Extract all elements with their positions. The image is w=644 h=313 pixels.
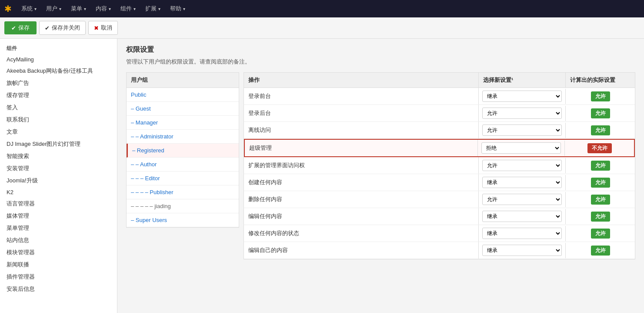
select-edit-content[interactable]: 继承允许拒绝: [478, 208, 565, 225]
group-manager-link[interactable]: – Manager: [131, 119, 158, 126]
sidebar-item-menu-manager[interactable]: 菜单管理: [0, 222, 117, 234]
group-publisher[interactable]: – – – – Publisher: [127, 185, 239, 199]
badge-allow: 允许: [591, 178, 610, 188]
badge-allow: 允许: [591, 195, 610, 205]
select-super-admin[interactable]: 继承允许拒绝: [477, 140, 564, 156]
select-delete-content-input[interactable]: 继承允许拒绝: [482, 194, 562, 205]
select-ext-admin-access-input[interactable]: 继承允许拒绝: [482, 160, 562, 171]
menu-components-chevron: ▾: [133, 7, 136, 11]
badge-allow: 允许: [591, 161, 610, 171]
select-delete-content[interactable]: 继承允许拒绝: [478, 191, 565, 208]
sidebar-item-djimage[interactable]: DJ Image Slider图片幻灯管理: [0, 138, 117, 150]
select-login-backend[interactable]: 继承允许拒绝: [478, 105, 565, 121]
result-delete-content: 允许: [565, 192, 635, 207]
sidebar-item-joomla-upgrade[interactable]: Joomla!升级: [0, 175, 117, 187]
group-super-users[interactable]: – Super Users: [127, 213, 239, 227]
sidebar-item-banner[interactable]: 旗帜广告: [0, 77, 117, 89]
group-author[interactable]: – – Author: [127, 158, 239, 172]
group-author-link[interactable]: – – Author: [131, 161, 157, 168]
select-edit-own[interactable]: 继承允许拒绝: [478, 242, 565, 259]
sidebar-item-k2[interactable]: K2: [0, 187, 117, 198]
save-button[interactable]: ✔ 保存: [4, 21, 37, 34]
result-edit-content: 允许: [565, 209, 635, 224]
sidebar-item-install[interactable]: 安装管理: [0, 162, 117, 175]
sidebar-item-language[interactable]: 语言管理器: [0, 198, 117, 210]
select-login-backend-input[interactable]: 继承允许拒绝: [482, 108, 562, 119]
group-jiading: – – – – – jiading: [127, 199, 239, 213]
menu-menus[interactable]: 菜单 ▾: [67, 0, 90, 17]
select-create-content-input[interactable]: 继承允许拒绝: [482, 177, 562, 188]
select-offline-access-input[interactable]: 继承允许拒绝: [482, 125, 562, 136]
sidebar-item-media[interactable]: 媒体管理: [0, 210, 117, 222]
joomla-logo: ✱: [4, 3, 12, 14]
group-super-users-link[interactable]: – Super Users: [131, 217, 167, 223]
badge-allow: 允许: [591, 91, 610, 101]
menu-system-chevron: ▾: [34, 7, 37, 11]
select-login-frontend[interactable]: 继承允许拒绝: [478, 88, 565, 104]
rights-panel: 操作 选择新设置¹ 计算出的实际设置 登录前台 继承允许拒绝: [239, 72, 635, 259]
menu-help-chevron: ▾: [183, 7, 185, 11]
sidebar-item-acymailing[interactable]: AcyMailing: [0, 54, 117, 65]
table-row: 创建任何内容 继承允许拒绝 允许: [244, 174, 635, 191]
result-offline-access: 允许: [565, 123, 635, 138]
select-edit-content-input[interactable]: 继承允许拒绝: [482, 211, 562, 222]
group-editor-link[interactable]: – – – Editor: [131, 175, 160, 182]
result-super-admin: 不允许: [564, 141, 634, 156]
group-guest-link[interactable]: – Guest: [131, 105, 151, 112]
menu-help[interactable]: 帮助 ▾: [166, 0, 190, 17]
topbar: ✱ 系统 ▾ 用户 ▾ 菜单 ▾ 内容 ▾ 组件 ▾ 扩展 ▾ 帮助 ▾: [0, 0, 644, 17]
group-editor[interactable]: – – – Editor: [127, 172, 239, 185]
sidebar-item-contacts[interactable]: 联系我们: [0, 114, 117, 126]
page-title: 权限设置: [126, 45, 635, 54]
group-manager[interactable]: – Manager: [127, 116, 239, 130]
col-select-header: 选择新设置¹: [478, 73, 565, 88]
select-edit-own-input[interactable]: 继承允许拒绝: [482, 245, 562, 256]
group-administrator[interactable]: – – Administrator: [127, 130, 239, 144]
top-menu: 系统 ▾ 用户 ▾ 菜单 ▾ 内容 ▾ 组件 ▾ 扩展 ▾ 帮助 ▾: [17, 0, 190, 17]
select-super-admin-input[interactable]: 继承允许拒绝: [481, 142, 561, 154]
menu-components[interactable]: 组件 ▾: [116, 0, 140, 17]
group-registered[interactable]: – Registered: [127, 144, 239, 158]
select-login-frontend-input[interactable]: 继承允许拒绝: [482, 91, 562, 102]
table-row: 登录前台 继承允许拒绝 允许: [244, 88, 635, 105]
menu-system[interactable]: 系统 ▾: [17, 0, 41, 17]
badge-allow: 允许: [591, 108, 610, 118]
sidebar-item-modules[interactable]: 模块管理器: [0, 246, 117, 259]
group-registered-link[interactable]: – Registered: [132, 147, 164, 154]
group-public[interactable]: Public: [127, 88, 239, 102]
menu-users[interactable]: 用户 ▾: [42, 0, 66, 17]
select-offline-access[interactable]: 继承允许拒绝: [478, 122, 565, 138]
select-create-content[interactable]: 继承允许拒绝: [478, 174, 565, 191]
group-publisher-link[interactable]: – – – – Publisher: [131, 189, 174, 195]
group-administrator-link[interactable]: – – Administrator: [131, 133, 174, 140]
sidebar-item-newsfeeds[interactable]: 新闻联播: [0, 259, 117, 271]
menu-content[interactable]: 内容 ▾: [91, 0, 115, 17]
sidebar: 组件 AcyMailing Akeeba Backup网站备份/迁移工具 旗帜广…: [0, 39, 117, 313]
cancel-button[interactable]: ✖ 取消: [88, 21, 118, 35]
table-row: 离线访问 继承允许拒绝 允许: [244, 122, 635, 139]
sidebar-item-messaging[interactable]: 站内信息: [0, 234, 117, 246]
menu-extensions[interactable]: 扩展 ▾: [141, 0, 165, 17]
select-edit-state[interactable]: 继承允许拒绝: [478, 225, 565, 242]
group-public-link[interactable]: Public: [131, 91, 146, 98]
select-ext-admin-access[interactable]: 继承允许拒绝: [478, 157, 565, 174]
sidebar-item-akeeba[interactable]: Akeeba Backup网站备份/迁移工具: [0, 65, 117, 77]
sidebar-item-checkin[interactable]: 签入: [0, 101, 117, 114]
sidebar-item-cache[interactable]: 缓存管理: [0, 89, 117, 101]
menu-help-label: 帮助: [170, 5, 181, 13]
sidebar-item-articles[interactable]: 文章: [0, 126, 117, 138]
sidebar-item-post-install[interactable]: 安装后信息: [0, 283, 117, 295]
result-login-frontend: 允许: [565, 89, 635, 104]
menu-menus-chevron: ▾: [84, 7, 86, 11]
rights-table: 操作 选择新设置¹ 计算出的实际设置 登录前台 继承允许拒绝: [244, 72, 635, 259]
group-guest[interactable]: – Guest: [127, 102, 239, 116]
col-result-header: 计算出的实际设置: [565, 73, 635, 88]
sidebar-item-plugins[interactable]: 插件管理器: [0, 271, 117, 283]
result-login-backend: 允许: [565, 106, 635, 121]
select-edit-state-input[interactable]: 继承允许拒绝: [482, 228, 562, 239]
menu-users-label: 用户: [46, 5, 57, 13]
action-offline-access: 离线访问: [244, 123, 478, 138]
table-row: 修改任何内容的状态 继承允许拒绝 允许: [244, 225, 635, 242]
save-close-button[interactable]: ✔ 保存并关闭: [39, 21, 86, 35]
sidebar-item-smartsearch[interactable]: 智能搜索: [0, 150, 117, 162]
